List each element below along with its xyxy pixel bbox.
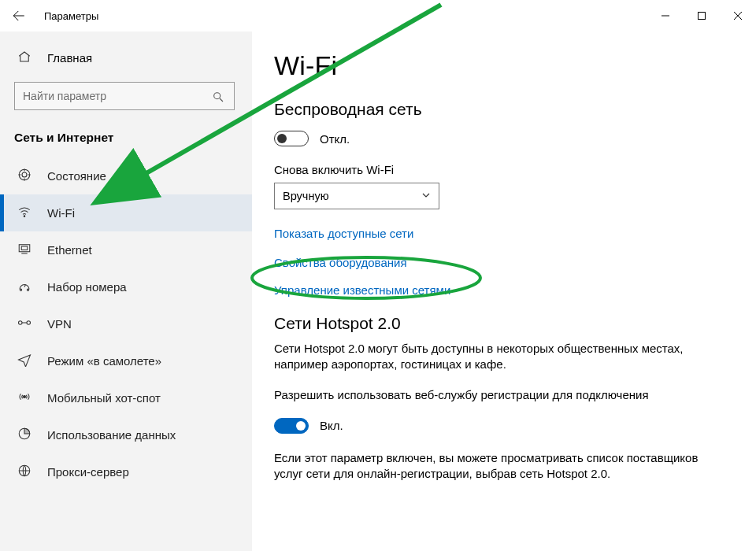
window-title: Параметры bbox=[44, 10, 98, 22]
svg-point-10 bbox=[27, 321, 31, 325]
link-available-networks[interactable]: Показать доступные сети bbox=[274, 227, 413, 240]
sidebar-home-label: Главная bbox=[47, 51, 92, 65]
search-wrap bbox=[0, 76, 252, 121]
reenable-select[interactable]: Вручную bbox=[274, 183, 439, 209]
link-known-networks[interactable]: Управление известными сетями bbox=[274, 283, 450, 297]
heading-wireless: Беспроводная сеть bbox=[274, 100, 740, 119]
main-content: Wi-Fi Беспроводная сеть Откл. Снова вклю… bbox=[252, 31, 756, 551]
minimize-button[interactable] bbox=[647, 0, 684, 31]
sidebar: Главная Сеть и Интернет Состояние bbox=[0, 31, 252, 551]
wifi-toggle-row: Откл. bbox=[274, 127, 740, 150]
heading-hotspot2: Сети Hotspot 2.0 bbox=[274, 314, 740, 333]
hotspot2-allow-label: Разрешить использовать веб-службу регист… bbox=[274, 387, 707, 403]
back-arrow-icon bbox=[12, 9, 26, 23]
wifi-toggle[interactable] bbox=[274, 131, 309, 146]
svg-point-4 bbox=[24, 216, 25, 217]
wifi-toggle-label: Откл. bbox=[320, 132, 350, 146]
sidebar-item-label: Wi-Fi bbox=[47, 206, 75, 220]
sidebar-item-vpn[interactable]: VPN bbox=[0, 305, 252, 342]
back-button[interactable] bbox=[0, 0, 38, 31]
sidebar-item-label: VPN bbox=[47, 317, 72, 331]
svg-point-3 bbox=[22, 172, 27, 177]
hotspot2-desc2: Если этот параметр включен, вы можете пр… bbox=[274, 450, 707, 483]
close-icon bbox=[733, 11, 743, 20]
toggle-knob bbox=[296, 421, 306, 431]
close-button[interactable] bbox=[720, 0, 756, 31]
home-icon bbox=[16, 50, 33, 66]
hotspot2-desc1: Сети Hotspot 2.0 могут быть доступны в н… bbox=[274, 341, 707, 373]
maximize-button[interactable] bbox=[684, 0, 720, 31]
dialup-icon bbox=[16, 279, 33, 295]
wifi-icon bbox=[16, 205, 33, 221]
hotspot2-toggle[interactable] bbox=[274, 418, 309, 434]
svg-point-11 bbox=[24, 396, 26, 398]
sidebar-item-hotspot[interactable]: Мобильный хот-спот bbox=[0, 379, 252, 416]
svg-point-1 bbox=[214, 93, 220, 99]
proxy-icon bbox=[16, 464, 33, 480]
hotspot-icon bbox=[16, 390, 33, 406]
chevron-down-icon bbox=[421, 190, 431, 202]
svg-point-9 bbox=[19, 321, 23, 325]
link-hw-properties[interactable]: Свойства оборудования bbox=[274, 256, 407, 269]
svg-rect-6 bbox=[21, 246, 28, 250]
hotspot2-toggle-label: Вкл. bbox=[320, 419, 343, 432]
sidebar-item-label: Прокси-сервер bbox=[47, 465, 129, 479]
hotspot2-toggle-row: Вкл. bbox=[274, 414, 740, 438]
sidebar-home[interactable]: Главная bbox=[0, 39, 252, 76]
sidebar-item-label: Набор номера bbox=[47, 280, 127, 294]
window-controls bbox=[647, 0, 756, 31]
sidebar-item-label: Ethernet bbox=[47, 243, 92, 257]
sidebar-item-status[interactable]: Состояние bbox=[0, 157, 252, 194]
minimize-icon bbox=[661, 11, 670, 20]
sidebar-item-label: Состояние bbox=[47, 169, 106, 183]
sidebar-item-label: Использование данных bbox=[47, 428, 176, 442]
search-input-wrap[interactable] bbox=[14, 82, 235, 110]
toggle-knob bbox=[277, 134, 287, 143]
sidebar-item-airplane[interactable]: Режим «в самолете» bbox=[0, 342, 252, 379]
reenable-label: Снова включить Wi-Fi bbox=[274, 163, 740, 176]
sidebar-item-datausage[interactable]: Использование данных bbox=[0, 416, 252, 453]
ethernet-icon bbox=[16, 242, 33, 258]
sidebar-item-proxy[interactable]: Прокси-сервер bbox=[0, 453, 252, 490]
search-input[interactable] bbox=[15, 83, 234, 109]
sidebar-nav: Состояние Wi-Fi Ethernet bbox=[0, 153, 252, 490]
status-icon bbox=[16, 168, 33, 184]
svg-point-8 bbox=[27, 289, 28, 290]
datausage-icon bbox=[16, 427, 33, 443]
maximize-icon bbox=[697, 11, 706, 20]
titlebar: Параметры bbox=[0, 0, 756, 31]
sidebar-item-label: Мобильный хот-спот bbox=[47, 391, 161, 405]
vpn-icon bbox=[16, 317, 33, 331]
page-title: Wi-Fi bbox=[274, 50, 740, 81]
svg-rect-5 bbox=[19, 245, 30, 252]
search-icon bbox=[209, 83, 228, 111]
svg-point-7 bbox=[20, 289, 21, 290]
sidebar-section-title: Сеть и Интернет bbox=[0, 121, 252, 153]
sidebar-item-label: Режим «в самолете» bbox=[47, 354, 161, 368]
sidebar-item-ethernet[interactable]: Ethernet bbox=[0, 231, 252, 268]
reenable-select-value: Вручную bbox=[283, 190, 329, 202]
airplane-icon bbox=[16, 353, 33, 369]
sidebar-item-wifi[interactable]: Wi-Fi bbox=[0, 194, 252, 231]
sidebar-item-dialup[interactable]: Набор номера bbox=[0, 268, 252, 305]
svg-rect-0 bbox=[699, 13, 706, 20]
